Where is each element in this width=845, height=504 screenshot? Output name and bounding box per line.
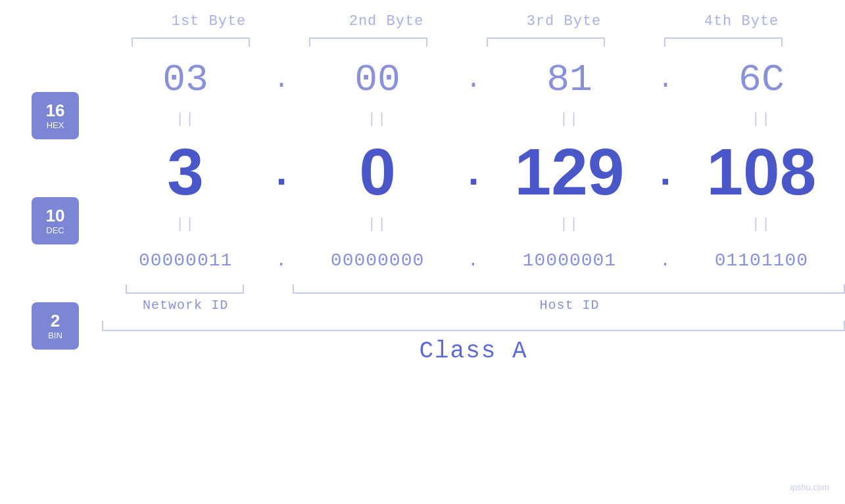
dec-dot-2: . bbox=[461, 152, 486, 191]
bracket-top-4 bbox=[635, 36, 812, 48]
network-id-label: Network ID bbox=[143, 298, 228, 313]
bin-value-1: 00000011 bbox=[139, 250, 232, 271]
hex-badge-label: HEX bbox=[47, 120, 64, 130]
hex-value-1: 03 bbox=[162, 58, 208, 101]
equals-sign-2b: || bbox=[368, 216, 387, 233]
dec-dot-1: . bbox=[269, 152, 294, 191]
bin-dot-3: . bbox=[653, 250, 678, 271]
equals-sign-1b: || bbox=[176, 216, 195, 233]
bin-cell-1: 00000011 bbox=[102, 250, 269, 271]
class-bracket-shape bbox=[102, 321, 845, 331]
equals-cell-3b: || bbox=[486, 216, 653, 233]
dec-cell-3: 129 bbox=[486, 139, 653, 204]
bin-dot-char-3: . bbox=[660, 250, 671, 271]
hex-value-4: 6C bbox=[738, 58, 785, 101]
equals-sign-3b: || bbox=[560, 216, 579, 233]
main-container: 16 HEX 10 DEC 2 BIN 1st Byte 2nd Byte 3r… bbox=[0, 0, 845, 504]
equals-cell-1a: || bbox=[102, 111, 269, 127]
dec-dot-char-3: . bbox=[660, 152, 671, 191]
equals-sign-3a: || bbox=[560, 111, 579, 127]
dec-value-3: 129 bbox=[515, 139, 625, 204]
hex-dot-char-1: . bbox=[274, 65, 289, 95]
equals-cell-2b: || bbox=[294, 216, 461, 233]
header-row: 1st Byte 2nd Byte 3rd Byte 4th Byte bbox=[0, 13, 845, 30]
bin-cell-3: 10000001 bbox=[486, 250, 653, 271]
dec-value-1: 3 bbox=[167, 139, 204, 204]
bin-badge: 2 BIN bbox=[32, 302, 79, 350]
class-bracket-row bbox=[102, 321, 845, 331]
host-bracket-cell bbox=[293, 285, 845, 294]
equals-row-2: || || || || bbox=[102, 211, 845, 237]
hex-row: 03 . 00 . 81 . 6C bbox=[102, 53, 845, 106]
byte-header-4: 4th Byte bbox=[653, 13, 831, 30]
bin-value-3: 10000001 bbox=[523, 250, 616, 271]
bin-row: 00000011 . 00000000 . 10000001 . 0110110… bbox=[102, 237, 845, 283]
class-label-row: Class A bbox=[102, 338, 845, 365]
hex-cell-1: 03 bbox=[102, 58, 269, 101]
dec-dot-char-2: . bbox=[468, 152, 479, 191]
hex-dot-char-3: . bbox=[658, 65, 673, 95]
byte-header-3: 3rd Byte bbox=[475, 13, 653, 30]
id-labels-row: Network ID Host ID bbox=[102, 298, 845, 313]
equals-sign-4b: || bbox=[752, 216, 771, 233]
bin-dot-2: . bbox=[461, 250, 486, 271]
badges-column: 16 HEX 10 DEC 2 BIN bbox=[32, 92, 79, 350]
dec-badge: 10 DEC bbox=[32, 197, 79, 244]
bracket-top-shape-4 bbox=[664, 37, 783, 47]
watermark: ipshu.com bbox=[790, 482, 829, 492]
dec-cell-2: 0 bbox=[294, 139, 461, 204]
equals-row-1: || || || || bbox=[102, 106, 845, 132]
network-id-label-cell: Network ID bbox=[102, 298, 269, 313]
network-bracket-cell bbox=[102, 285, 268, 294]
equals-cell-4a: || bbox=[678, 111, 845, 127]
dec-cell-4: 108 bbox=[678, 139, 845, 204]
bin-value-4: 01101100 bbox=[715, 250, 808, 271]
byte-header-2: 2nd Byte bbox=[298, 13, 475, 30]
dec-dot-3: . bbox=[653, 152, 678, 191]
dec-badge-label: DEC bbox=[46, 225, 64, 235]
content-area: 03 . 00 . 81 . 6C || bbox=[0, 36, 845, 365]
dec-cell-1: 3 bbox=[102, 139, 269, 204]
hex-dot-3: . bbox=[653, 65, 678, 95]
host-id-label: Host ID bbox=[539, 298, 599, 313]
dec-dot-char-1: . bbox=[276, 152, 287, 191]
hex-dot-char-2: . bbox=[466, 65, 481, 95]
equals-sign-1a: || bbox=[176, 111, 195, 127]
equals-cell-4b: || bbox=[678, 216, 845, 233]
bracket-top-2 bbox=[279, 36, 457, 48]
bracket-top-3 bbox=[457, 36, 635, 48]
hex-badge-number: 16 bbox=[46, 102, 65, 119]
hex-cell-4: 6C bbox=[678, 58, 845, 101]
bin-dot-char-1: . bbox=[276, 250, 287, 271]
dec-value-4: 108 bbox=[706, 139, 816, 204]
bin-value-2: 00000000 bbox=[331, 250, 424, 271]
bracket-top-1 bbox=[102, 36, 279, 48]
byte-header-1: 1st Byte bbox=[120, 13, 298, 30]
hex-value-2: 00 bbox=[354, 58, 400, 101]
bin-badge-label: BIN bbox=[48, 331, 62, 340]
bin-dot-char-2: . bbox=[468, 250, 479, 271]
equals-cell-3a: || bbox=[486, 111, 653, 127]
equals-sign-2a: || bbox=[368, 111, 387, 127]
hex-value-3: 81 bbox=[546, 58, 592, 101]
hex-dot-1: . bbox=[269, 65, 294, 95]
brackets-top bbox=[102, 36, 845, 48]
dec-badge-number: 10 bbox=[46, 207, 65, 224]
equals-sign-4a: || bbox=[752, 111, 771, 127]
host-bracket-shape bbox=[293, 285, 845, 294]
bottom-brackets-row bbox=[102, 285, 845, 294]
bin-dot-1: . bbox=[269, 250, 294, 271]
class-label: Class A bbox=[419, 338, 527, 365]
bin-badge-number: 2 bbox=[51, 312, 60, 329]
hex-cell-3: 81 bbox=[486, 58, 653, 101]
hex-cell-2: 00 bbox=[294, 58, 461, 101]
dec-row: 3 . 0 . 129 . 108 bbox=[102, 132, 845, 211]
bracket-top-shape-1 bbox=[132, 37, 250, 47]
dec-value-2: 0 bbox=[359, 139, 396, 204]
bracket-top-shape-2 bbox=[309, 37, 427, 47]
bin-cell-2: 00000000 bbox=[294, 250, 461, 271]
equals-cell-1b: || bbox=[102, 216, 269, 233]
hex-dot-2: . bbox=[461, 65, 486, 95]
equals-cell-2a: || bbox=[294, 111, 461, 127]
bin-cell-4: 01101100 bbox=[678, 250, 845, 271]
